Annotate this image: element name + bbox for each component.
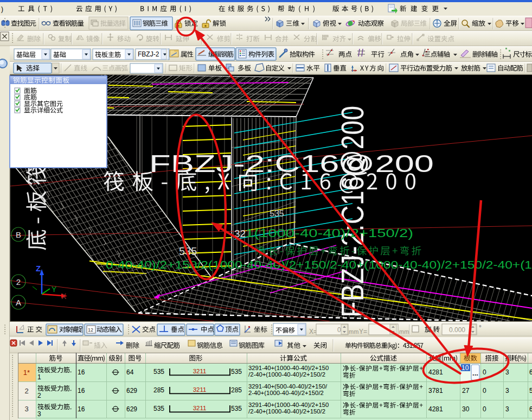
svg-text:3: 3 — [505, 368, 509, 376]
svg-text:5: 5 — [529, 387, 532, 394]
svg-text:27: 27 — [462, 387, 470, 394]
svg-text:3211: 3211 — [193, 368, 207, 374]
svg-text:mm: mm — [399, 328, 409, 335]
svg-text:10: 10 — [462, 364, 469, 372]
svg-text:Y=: Y= — [359, 328, 367, 335]
svg-text:FBZJ-2:C16@200: FBZJ-2:C16@200 — [335, 106, 370, 317]
svg-text:X: X — [61, 292, 67, 301]
svg-text:535: 535 — [231, 405, 242, 412]
svg-text:0: 0 — [483, 405, 486, 413]
svg-text:°: ° — [479, 324, 482, 332]
svg-text:0: 0 — [483, 368, 486, 376]
svg-text:/2-40+(1000-40-40)/2+150/2: /2-40+(1000-40-40)/2+150/2 — [248, 408, 325, 415]
svg-text:3: 3 — [505, 387, 509, 394]
svg-text:B: B — [16, 230, 21, 239]
svg-text:0: 0 — [483, 387, 486, 394]
svg-text:2: 2 — [37, 392, 41, 399]
svg-text:3291-40+(1000-40-40)/2+150: 3291-40+(1000-40-40)/2+150 — [248, 365, 329, 371]
svg-text:16: 16 — [78, 368, 85, 376]
svg-text:0.000: 0.000 — [449, 326, 465, 334]
svg-text:629: 629 — [126, 387, 137, 394]
svg-text:): ) — [1, 5, 3, 13]
svg-text:64: 64 — [126, 368, 134, 376]
svg-text:Z: Z — [36, 264, 41, 273]
svg-text:285: 285 — [231, 386, 242, 394]
svg-text:16: 16 — [78, 387, 85, 394]
svg-text:1(1000-40-40)/2+150/2): 1(1000-40-40)/2+150/2) — [245, 226, 413, 240]
svg-text:/2-40+(1000-40-40)/2+150/2: /2-40+(1000-40-40)/2+150/2 — [248, 371, 325, 378]
svg-text:mm: mm — [349, 328, 358, 335]
svg-text:1*: 1* — [23, 368, 30, 377]
svg-text:4281: 4281 — [428, 368, 443, 376]
svg-text:0: 0 — [337, 326, 341, 334]
svg-text:535: 535 — [270, 209, 284, 218]
svg-text:...: ... — [472, 369, 478, 377]
svg-text:3291-40+(500-40-40)/2+150/: 3291-40+(500-40-40)/2+150/ — [248, 383, 328, 390]
svg-text:4281: 4281 — [428, 405, 443, 413]
svg-text:6: 6 — [529, 368, 532, 376]
svg-text:6: 6 — [529, 405, 532, 413]
svg-text:3781: 3781 — [428, 387, 443, 394]
svg-text:535: 535 — [153, 368, 164, 376]
svg-text:0-40-40)/2+150/2(1000-40-40)/2: 0-40-40)/2+150/2(1000-40-40)/2+150/2-40+… — [106, 259, 532, 271]
svg-text:A: A — [16, 298, 21, 307]
svg-text:629: 629 — [126, 405, 137, 413]
svg-text:FBZJ-2: FBZJ-2 — [138, 50, 159, 58]
svg-text:2: 2 — [24, 387, 28, 395]
svg-text:2: 2 — [16, 277, 21, 287]
svg-text:3291-40+(1000-40-40)/2+150: 3291-40+(1000-40-40)/2+150 — [248, 402, 329, 408]
svg-text:12: 12 — [88, 327, 93, 333]
svg-text:3: 3 — [37, 410, 41, 418]
svg-text:3211: 3211 — [193, 386, 207, 393]
svg-text:16: 16 — [78, 405, 85, 413]
svg-text:535: 535 — [153, 405, 164, 412]
svg-text:535: 535 — [231, 368, 242, 376]
svg-text:3: 3 — [505, 405, 509, 413]
svg-text:285: 285 — [153, 386, 164, 394]
svg-text:1: 1 — [37, 373, 41, 381]
svg-text:3: 3 — [24, 405, 28, 413]
svg-text:3211: 3211 — [193, 405, 207, 411]
svg-text:Y: Y — [52, 285, 57, 294]
svg-text:30: 30 — [462, 405, 470, 413]
svg-text:2-40+(1000-40-40)/2+150/2: 2-40+(1000-40-40)/2+150/2 — [248, 390, 324, 396]
